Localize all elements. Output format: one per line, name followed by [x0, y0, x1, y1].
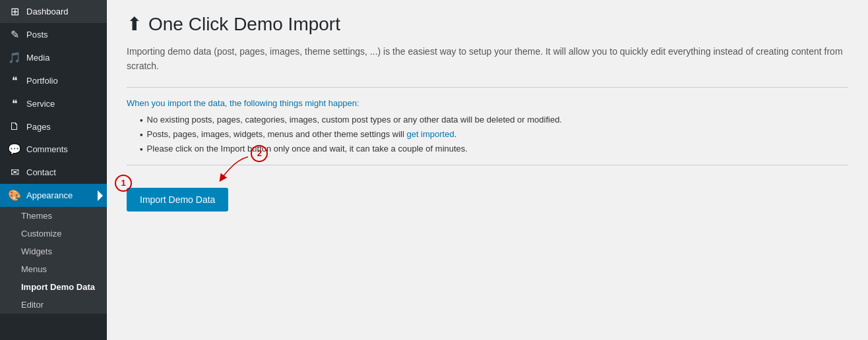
page-title: One Click Demo Import	[148, 14, 340, 35]
divider-top	[127, 87, 848, 88]
upload-icon: ⬆	[127, 13, 142, 35]
sidebar-item-portfolio[interactable]: ❝ Portfolio	[0, 69, 107, 92]
comments-icon: 💬	[8, 143, 21, 156]
annotation-badge-1: 1	[115, 175, 132, 192]
annotation-badge-2: 2	[251, 145, 268, 162]
pages-icon: 🗋	[8, 121, 21, 132]
intro-paragraph: Importing demo data (post, pages, images…	[127, 44, 848, 74]
contact-icon: ✉	[8, 166, 21, 179]
import-demo-data-button[interactable]: Import Demo Data	[127, 188, 228, 212]
sidebar-item-posts[interactable]: ✎ Posts	[0, 23, 107, 46]
sidebar-item-contact[interactable]: ✉ Contact	[0, 161, 107, 184]
submenu-menus[interactable]: Menus	[0, 260, 107, 278]
sidebar-item-dashboard[interactable]: ⊞ Dashboard	[0, 0, 107, 23]
appearance-icon: 🎨	[8, 189, 21, 202]
submenu-import-demo-data[interactable]: Import Demo Data	[0, 278, 107, 296]
sidebar: ⊞ Dashboard ✎ Posts 🎵 Media ❝ Portfolio …	[0, 0, 107, 340]
bullet-item-2: Posts, pages, images, widgets, menus and…	[140, 129, 848, 140]
divider-bottom	[127, 165, 848, 165]
page-title-row: ⬆ One Click Demo Import	[127, 13, 848, 35]
notice-text: When you import the data, the following …	[127, 98, 848, 108]
import-btn-container: 1 2 Import Demo Data	[127, 181, 228, 212]
sidebar-item-pages[interactable]: 🗋 Pages	[0, 115, 107, 138]
submenu-themes[interactable]: Themes	[0, 207, 107, 225]
sidebar-item-appearance[interactable]: 🎨 Appearance	[0, 184, 107, 207]
bullet-item-1: No existing posts, pages, categories, im…	[140, 115, 848, 125]
sidebar-item-service[interactable]: ❝ Service	[0, 92, 107, 115]
bullet-list: No existing posts, pages, categories, im…	[127, 115, 848, 154]
submenu-editor[interactable]: Editor	[0, 296, 107, 314]
media-icon: 🎵	[8, 51, 21, 64]
portfolio-icon: ❝	[8, 74, 21, 87]
sidebar-item-media[interactable]: 🎵 Media	[0, 46, 107, 69]
annotation-arrow	[215, 154, 255, 183]
submenu-widgets[interactable]: Widgets	[0, 242, 107, 260]
submenu-customize[interactable]: Customize	[0, 225, 107, 242]
main-content: ⬆ One Click Demo Import Importing demo d…	[107, 0, 868, 340]
service-icon: ❝	[8, 98, 21, 110]
bullet-item-3: Please click on the Import button only o…	[140, 144, 848, 154]
dashboard-icon: ⊞	[8, 5, 21, 18]
appearance-submenu: Themes Customize Widgets Menus Import De…	[0, 207, 107, 314]
posts-icon: ✎	[8, 28, 21, 41]
sidebar-item-comments[interactable]: 💬 Comments	[0, 138, 107, 161]
